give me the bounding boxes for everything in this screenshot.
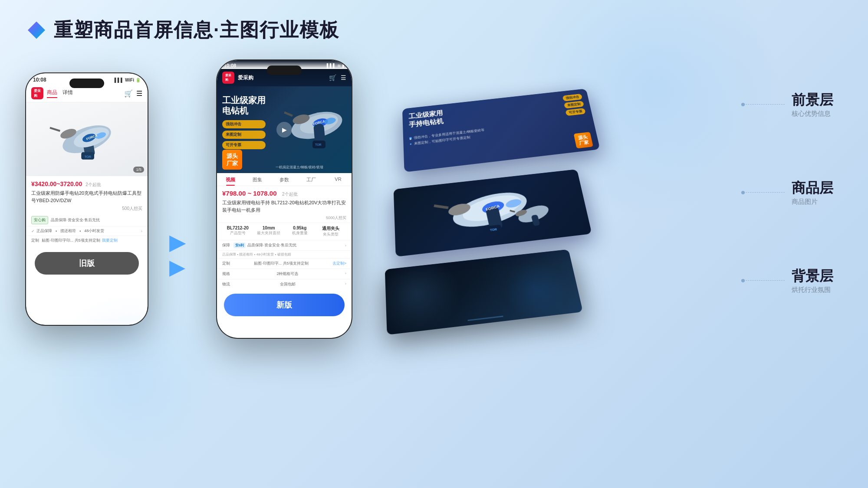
new-spec-value-1: 10mm — [253, 226, 285, 230]
old-price-section: ¥3420.00~3720.00 2个起批 工业级家用防爆手电钻20充电式手持电… — [26, 176, 148, 214]
bg-label-line — [741, 280, 785, 281]
new-tab-video[interactable]: 视频 — [217, 173, 244, 186]
new-shipping-row: 物流 全国包邮 › — [217, 279, 352, 289]
new-wifi-icon: ≋ — [337, 63, 341, 68]
new-shipping-arrow: › — [345, 282, 346, 287]
new-spec-label-2: 机身重量 — [284, 230, 316, 236]
old-phone-notch — [69, 79, 104, 88]
fg-label-sub: 核心优势信息 — [792, 110, 833, 118]
new-spec-label-text: 规格 — [222, 271, 230, 277]
new-app-name: 爱采购 — [238, 74, 329, 82]
old-drill-svg: TOR FORCA — [26, 102, 148, 176]
new-spec-options-row: 规格 2种规格可选 › — [217, 269, 352, 279]
page-title: 重塑商品首屏信息·主图行业模板 — [54, 17, 339, 43]
fg-dot-0: ● — [409, 137, 411, 139]
new-signal-icon: ▌▌▌ — [327, 63, 336, 68]
new-custom-text: 贴图·印图印字... 共5项支持定制 — [254, 261, 309, 266]
fg-title-block: 工业级家用 手持电钻机 — [408, 109, 444, 129]
new-tab-factory[interactable]: 工厂 — [298, 173, 325, 186]
new-custom-link[interactable]: 去定制> — [332, 261, 346, 266]
prod-label-line — [741, 192, 785, 193]
new-cart-icon[interactable]: 🛒 — [329, 74, 336, 81]
new-spec-options: 2种规格可选 — [276, 271, 298, 277]
old-phone-screen: 10:08 ▌▌▌ WiFi 🔋 爱采购 商品 — [26, 73, 148, 325]
new-tab-vr[interactable]: VR — [325, 173, 352, 186]
new-play-button[interactable]: ▶ — [276, 122, 292, 138]
new-service-label: 保障 — [222, 242, 230, 248]
new-hero-text: 工业级家用 电钻机 强劲冲击 来图定制 可开专票 — [222, 95, 266, 149]
prod-label-texts: 商品层 商品图片 — [792, 179, 833, 206]
fg-badge-1: 来图定制 — [564, 101, 584, 108]
old-menu-icon[interactable]: ☰ — [136, 89, 142, 98]
new-spec-label-3: 夹头类型 — [316, 232, 347, 237]
old-custom-link[interactable]: 我要定制 — [102, 238, 118, 243]
old-service-row: ✓ 正品保障 • 揽还相符 • 48小时发货 › — [26, 226, 148, 236]
foreground-layer-card: 工业级家用 手持电钻机 强劲冲击 来图定制 可开专票 ● — [402, 88, 600, 172]
fg-badge-0: 强劲冲击 — [562, 94, 583, 102]
foreground-label: 前景层 核心优势信息 — [741, 91, 833, 118]
new-shipping-value: 全国包邮 — [280, 282, 296, 287]
old-status-time: 10:08 — [33, 77, 46, 83]
direction-arrow: ▶ — [169, 229, 195, 255]
new-service-arrow: › — [345, 243, 346, 248]
new-status-time: 10:08 — [224, 63, 236, 68]
new-spec-2: 0.95kg 机身重量 — [284, 226, 316, 237]
svg-text:TOR: TOR — [85, 155, 92, 159]
new-menu-icon[interactable]: ☰ — [341, 74, 346, 81]
bg-layer-content — [385, 249, 583, 335]
old-phone-mockup: 10:08 ▌▌▌ WiFi 🔋 爱采购 商品 — [26, 73, 148, 325]
fg-source-badge: 源头 厂家 — [574, 132, 593, 149]
new-price-row: ¥798.00 ~ 1078.00 2个起批 — [222, 190, 346, 197]
svg-line-15 — [284, 112, 293, 116]
old-service-3: 48小时发货 — [84, 228, 104, 234]
old-version-button[interactable]: 旧版 — [35, 252, 139, 275]
old-product-title: 工业级家用防爆手电钻20充电式手持电钻防爆工具型号YBED-20V/DZW — [31, 190, 142, 204]
old-nav-detail[interactable]: 详情 — [62, 89, 73, 98]
new-price-count: 2个起批 — [282, 192, 298, 197]
old-app-nav: 商品 详情 — [47, 89, 124, 98]
old-app-logo: 爱采购 — [31, 87, 43, 99]
product-layer-drill-svg: TOR FORCA — [428, 179, 556, 245]
background-label: 背景层 烘托行业氛围 — [741, 267, 833, 294]
bg-glow-2 — [500, 258, 575, 325]
new-tabs: 视频 图集 参数 工厂 VR — [217, 173, 352, 186]
new-app-icons: 🛒 ☰ — [329, 74, 346, 81]
layer-labels-container: 前景层 核心优势信息 商品层 商品图片 — [741, 91, 833, 294]
svg-line-25 — [434, 204, 448, 209]
new-user-interest: 5000人想买 — [222, 215, 346, 221]
diamond-icon — [28, 22, 45, 39]
new-spec-1: 10mm 最大夹持直径 — [253, 226, 285, 237]
old-nav-product[interactable]: 商品 — [47, 89, 57, 98]
svg-text:TOR: TOR — [315, 143, 322, 146]
new-spec-value-3: 通用夹头 — [316, 226, 347, 232]
new-service-badge: 安6利 — [233, 242, 246, 248]
new-hero-badge-1: 来图定制 — [222, 131, 266, 139]
new-hero-bottom-text: 一机搞定混凝土/钢板/瓷砖/瓷墙 — [247, 165, 352, 170]
new-tab-params[interactable]: 参数 — [271, 173, 298, 186]
new-battery-icon: ▮ — [342, 63, 345, 68]
product-layer-content: TOR FORCA — [394, 169, 592, 257]
header: 重塑商品首屏信息·主图行业模板 — [26, 17, 842, 43]
old-price-row: ¥3420.00~3720.00 2个起批 — [31, 180, 142, 188]
new-spec-arrow: › — [345, 271, 346, 277]
bg-label-main: 背景层 — [792, 267, 833, 286]
old-price-count: 2个起批 — [85, 182, 101, 188]
new-version-button[interactable]: 新版 — [224, 294, 345, 316]
old-cart-icon[interactable]: 🛒 — [124, 89, 133, 98]
new-hero-badge-2: 可开专票 — [222, 141, 266, 149]
old-user-interest: 500人想买 — [31, 206, 142, 212]
old-product-image: TOR FORCA 1/5 — [26, 102, 148, 176]
svg-line-3 — [50, 128, 60, 131]
old-status-icons: ▌▌▌ WiFi 🔋 — [115, 78, 141, 82]
new-status-icons: ▌▌▌ ≋ ▮ — [327, 63, 345, 68]
wifi-icon: WiFi — [125, 78, 134, 82]
fg-badge-2: 可开专票 — [565, 108, 585, 116]
fg-badge-group: 强劲冲击 来图定制 可开专票 — [562, 94, 586, 116]
fg-label-main: 前景层 — [792, 91, 833, 110]
prod-label-dot — [741, 191, 745, 194]
new-service-items: 品质保障·资金安全·售后无忧 — [247, 242, 296, 248]
new-tab-gallery[interactable]: 图集 — [244, 173, 271, 186]
new-spec-3: 通用夹头 夹头类型 — [316, 226, 347, 237]
new-price-range: ¥798.00 ~ 1078.00 — [222, 190, 277, 197]
new-product-title: 工业级家用锂电钻手持 BL7212-20电钻机20V大功率打孔安装手电钻一机多用 — [222, 199, 346, 213]
